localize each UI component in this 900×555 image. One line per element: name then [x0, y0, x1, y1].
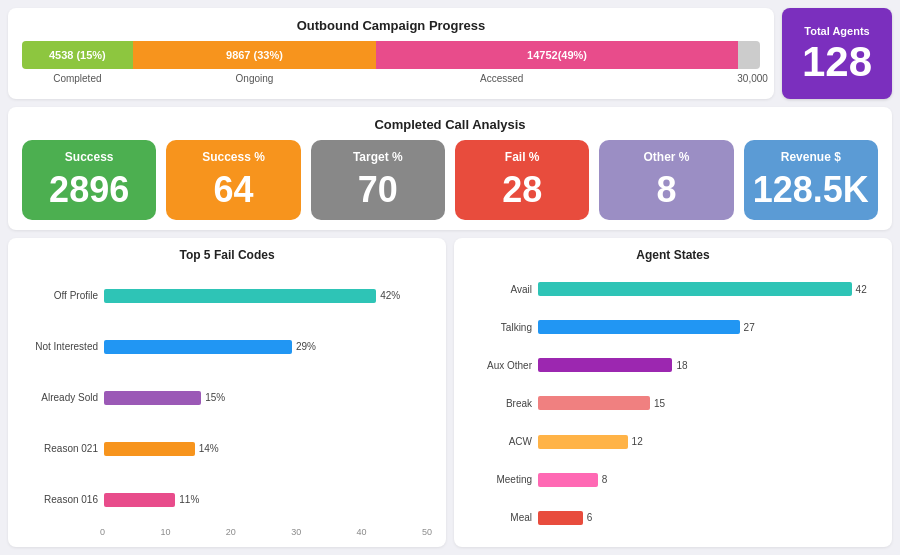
bar-label: Off Profile: [26, 290, 98, 301]
bar-value-label: 27: [744, 322, 755, 333]
bar-label: Break: [472, 398, 532, 409]
progress-segment: 9867 (33%): [133, 41, 377, 69]
bar-fill: [538, 511, 583, 525]
metric-card: Revenue $128.5K: [744, 140, 878, 220]
metric-card: Fail %28: [455, 140, 589, 220]
bar-track: 12: [538, 435, 874, 449]
campaign-card: Outbound Campaign Progress 4538 (15%)986…: [8, 8, 774, 99]
bar-track: 6: [538, 511, 874, 525]
x-axis-label: 0: [100, 527, 105, 537]
fail-codes-chart: Off Profile42%Not Interested29%Already S…: [22, 270, 432, 525]
bar-label: ACW: [472, 436, 532, 447]
metric-value: 128.5K: [753, 172, 869, 208]
bar-fill: [104, 391, 201, 405]
bar-track: 18: [538, 358, 874, 372]
fail-codes-card: Top 5 Fail Codes Off Profile42%Not Inter…: [8, 238, 446, 547]
campaign-title: Outbound Campaign Progress: [22, 18, 760, 33]
progress-remaining: [738, 41, 760, 69]
bar-label: Aux Other: [472, 360, 532, 371]
bar-value-label: 15: [654, 398, 665, 409]
metric-label: Revenue $: [781, 150, 841, 164]
total-agents-value: 128: [802, 41, 872, 83]
bar-row: Avail42: [472, 278, 874, 300]
metric-label: Target %: [353, 150, 403, 164]
progress-bar: 4538 (15%)9867 (33%)14752(49%): [22, 41, 760, 69]
dashboard: Outbound Campaign Progress 4538 (15%)986…: [0, 0, 900, 555]
bar-label: Meal: [472, 512, 532, 523]
metric-value: 70: [358, 172, 398, 208]
bar-row: Talking27: [472, 316, 874, 338]
bar-row: Off Profile42%: [26, 285, 428, 307]
bar-row: Meeting8: [472, 469, 874, 491]
bar-value-label: 6: [587, 512, 593, 523]
bar-row: Aux Other18: [472, 354, 874, 376]
bar-label: Avail: [472, 284, 532, 295]
bar-track: 29%: [104, 340, 428, 354]
progress-label: Accessed: [480, 73, 523, 84]
x-axis-label: 20: [226, 527, 236, 537]
bar-fill: [104, 340, 292, 354]
bar-track: 14%: [104, 442, 428, 456]
bar-label: Reason 016: [26, 494, 98, 505]
progress-label: Completed: [53, 73, 101, 84]
bar-row: Reason 02114%: [26, 438, 428, 460]
bar-label: Meeting: [472, 474, 532, 485]
bar-row: Not Interested29%: [26, 336, 428, 358]
fail-x-axis: 01020304050: [22, 527, 432, 537]
bar-label: Reason 021: [26, 443, 98, 454]
metric-card: Other %8: [599, 140, 733, 220]
bar-track: 42%: [104, 289, 428, 303]
bar-track: 15%: [104, 391, 428, 405]
bar-row: Reason 01611%: [26, 489, 428, 511]
bar-value-label: 11%: [179, 494, 199, 505]
bar-value-label: 42%: [380, 290, 400, 301]
metric-value: 8: [656, 172, 676, 208]
agent-states-title: Agent States: [468, 248, 878, 262]
bar-row: Already Sold15%: [26, 387, 428, 409]
bar-fill: [538, 282, 852, 296]
bar-track: 42: [538, 282, 874, 296]
bar-track: 27: [538, 320, 874, 334]
progress-label: 30,000: [737, 73, 768, 84]
bar-row: Meal6: [472, 507, 874, 529]
x-axis-label: 40: [357, 527, 367, 537]
bar-label: Already Sold: [26, 392, 98, 403]
bar-label: Not Interested: [26, 341, 98, 352]
x-axis-label: 30: [291, 527, 301, 537]
bar-row: ACW12: [472, 431, 874, 453]
metrics-row: Success2896Success %64Target %70Fail %28…: [22, 140, 878, 220]
bar-track: 11%: [104, 493, 428, 507]
metric-label: Other %: [643, 150, 689, 164]
bar-value-label: 14%: [199, 443, 219, 454]
bar-value-label: 42: [856, 284, 867, 295]
bar-fill: [104, 289, 376, 303]
metric-card: Success %64: [166, 140, 300, 220]
call-analysis-title: Completed Call Analysis: [22, 117, 878, 132]
total-agents-card: Total Agents 128: [782, 8, 892, 99]
top-row: Outbound Campaign Progress 4538 (15%)986…: [8, 8, 892, 99]
fail-codes-title: Top 5 Fail Codes: [22, 248, 432, 262]
progress-segment: 4538 (15%): [22, 41, 133, 69]
progress-labels: CompletedOngoingAccessed30,000: [22, 73, 760, 89]
bar-fill: [538, 320, 740, 334]
metric-value: 28: [502, 172, 542, 208]
bar-fill: [104, 442, 195, 456]
bar-value-label: 8: [602, 474, 608, 485]
metric-card: Success2896: [22, 140, 156, 220]
metric-label: Success: [65, 150, 114, 164]
bottom-row: Top 5 Fail Codes Off Profile42%Not Inter…: [8, 238, 892, 547]
agent-states-chart: Avail42Talking27Aux Other18Break15ACW12M…: [468, 270, 878, 537]
bar-value-label: 12: [632, 436, 643, 447]
agent-states-card: Agent States Avail42Talking27Aux Other18…: [454, 238, 892, 547]
bar-fill: [538, 435, 628, 449]
bar-label: Talking: [472, 322, 532, 333]
bar-fill: [104, 493, 175, 507]
bar-fill: [538, 358, 672, 372]
metric-label: Success %: [202, 150, 265, 164]
bar-value-label: 29%: [296, 341, 316, 352]
metric-card: Target %70: [311, 140, 445, 220]
bar-fill: [538, 396, 650, 410]
bar-track: 15: [538, 396, 874, 410]
x-axis-label: 50: [422, 527, 432, 537]
call-analysis-card: Completed Call Analysis Success2896Succe…: [8, 107, 892, 230]
